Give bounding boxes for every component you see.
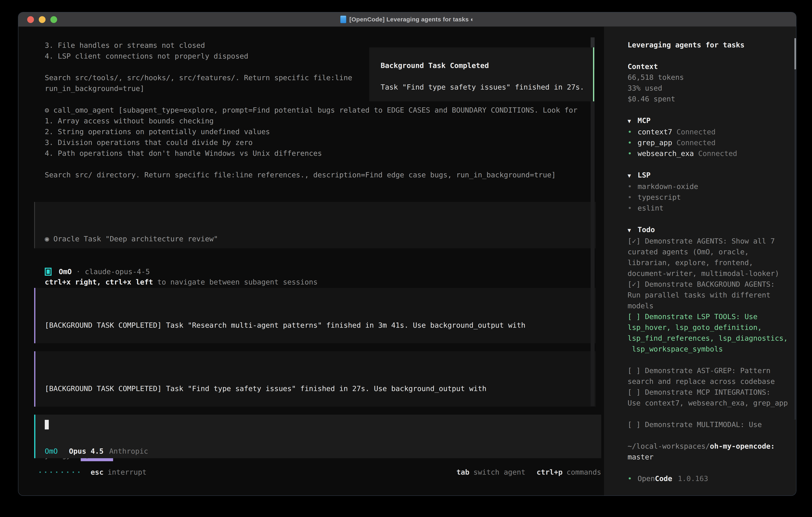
text-cursor	[45, 420, 49, 430]
collapse-triangle-icon[interactable]: ▼	[628, 225, 638, 236]
minimize-button[interactable]	[39, 16, 46, 23]
status-bullet-icon: •	[628, 473, 638, 484]
lsp-item: •markdown-oxide	[628, 181, 788, 192]
active-agent-label: OmO	[45, 446, 58, 457]
task-message-line1: [BACKGROUND TASK COMPLETED] Task "Find t…	[45, 383, 596, 394]
status-bullet-icon: •	[628, 148, 638, 159]
opencode-version-row: •OpenCode1.0.163	[628, 473, 788, 484]
active-model-label: Opus 4.5	[69, 446, 104, 457]
tab-key-hint[interactable]: tab	[456, 467, 469, 478]
model-selector[interactable]: OmO Opus 4.5 Anthropic	[45, 446, 148, 457]
todo-pending-items: [ ] Demonstrate MULTIMODAL: Use	[628, 419, 788, 430]
agent-model: claude-opus-4-5	[85, 266, 150, 277]
agent-header: OmO · claude-opus-4-5	[45, 266, 150, 277]
collapse-triangle-icon[interactable]: ▼	[628, 116, 638, 127]
sidebar-scrollbar-thumb[interactable]	[794, 38, 796, 70]
oracle-task-title: ◉ Oracle Task "Deep architecture review"	[45, 234, 596, 244]
context-heading: Context	[628, 61, 788, 72]
terminal-window: [OpenCode] Leveraging agents for tasks ◐…	[18, 12, 796, 496]
prompt-input[interactable]: OmO Opus 4.5 Anthropic	[34, 415, 601, 458]
subagent-nav-hint: ctrl+x right, ctrl+x left to navigate be…	[45, 277, 596, 288]
mcp-item: •grep_app Connected	[628, 137, 788, 148]
bullet-icon: •	[628, 203, 638, 214]
background-task-message[interactable]: [BACKGROUND TASK COMPLETED] Task "Resear…	[34, 288, 596, 343]
status-bullet-icon: •	[628, 127, 638, 137]
esc-key-hint[interactable]: esc	[90, 467, 104, 478]
toast-body: Task "Find type safety issues" finished …	[381, 82, 593, 92]
close-button[interactable]	[27, 16, 34, 23]
toast-notification[interactable]: Background Task Completed Task "Find typ…	[369, 47, 594, 101]
lsp-section-header[interactable]: ▼LSP	[628, 170, 788, 181]
window-title: [OpenCode] Leveraging agents for tasks ◐	[349, 16, 474, 23]
lsp-item: •eslint	[628, 203, 788, 214]
document-icon	[340, 16, 346, 23]
keyboard-shortcut: ctrl+x right, ctrl+x left	[45, 278, 153, 286]
working-indicator-dots: ········	[38, 467, 82, 478]
todo-active-item: [ ] Demonstrate LSP TOOLS: Use lsp_hover…	[628, 311, 788, 354]
provider-label: Anthropic	[109, 446, 148, 457]
todo-section-header[interactable]: ▼Todo	[628, 224, 788, 236]
sidebar-scrollbar[interactable]	[794, 38, 796, 419]
ctrlp-key-hint[interactable]: ctrl+p	[537, 467, 563, 478]
window-controls	[27, 16, 57, 23]
session-title: Leveraging agents for tasks	[628, 39, 788, 50]
workspace-path: ~/local-workspaces/oh-my-opencode:	[628, 441, 788, 452]
agent-omo-icon	[45, 268, 52, 276]
bullet-icon: •	[628, 181, 638, 192]
todo-pending-items: [ ] Demonstrate AST-GREP: Pattern search…	[628, 365, 788, 408]
bullet-icon: •	[628, 192, 638, 203]
zoom-button[interactable]	[50, 16, 57, 23]
status-bullet-icon: •	[628, 137, 638, 148]
task-message-line1: [BACKGROUND TASK COMPLETED] Task "Resear…	[45, 320, 596, 331]
session-sidebar[interactable]: Leveraging agents for tasks Context 66,5…	[604, 27, 796, 495]
mcp-item: •websearch_exa Connected	[628, 148, 788, 159]
mcp-item: •context7 Connected	[628, 127, 788, 137]
toast-title: Background Task Completed	[381, 60, 593, 71]
chat-transcript[interactable]: 3. File handles or streams not closed 4.…	[19, 27, 604, 495]
agent-name: OmO	[59, 266, 72, 277]
status-bar: ········ esc interrupt tab switch agent …	[38, 467, 601, 478]
collapse-triangle-icon[interactable]: ▼	[628, 170, 638, 181]
separator-dot: ·	[76, 266, 81, 277]
oracle-task-card[interactable]: ◉ Oracle Task "Deep architecture review"…	[34, 202, 596, 248]
todo-completed-items: [✓] Demonstrate AGENTS: Show all 7 curat…	[628, 236, 788, 311]
context-stats: 66,518 tokens 33% used $0.46 spent	[628, 72, 788, 104]
lsp-item: •typescript	[628, 192, 788, 203]
mcp-section-header[interactable]: ▼MCP	[628, 115, 788, 127]
workspace-branch: master	[628, 452, 788, 462]
background-task-message[interactable]: [BACKGROUND TASK COMPLETED] Task "Find t…	[34, 351, 596, 407]
titlebar[interactable]: [OpenCode] Leveraging agents for tasks ◐	[19, 12, 796, 27]
